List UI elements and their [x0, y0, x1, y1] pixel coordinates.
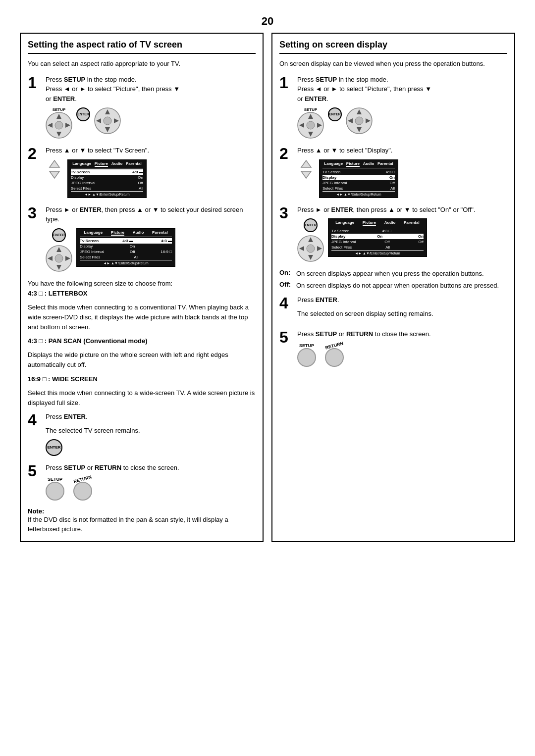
- up-arrow-icon-right2: [297, 159, 315, 168]
- svg-point-11: [104, 117, 111, 125]
- svg-marker-33: [301, 171, 311, 178]
- dpad-icon-left3: [46, 245, 72, 272]
- body-widescreen-title: 16:9 □ : WIDE SCREEN: [28, 374, 256, 384]
- svg-marker-32: [301, 160, 311, 167]
- down-arrow-icon: [46, 170, 63, 179]
- right-section: Setting on screen display On screen disp…: [271, 33, 515, 542]
- enter-button-left1: ENTER: [76, 107, 90, 121]
- dpad-icon-left1b: [94, 107, 121, 134]
- right-step-1: 1 Press SETUP in the stop mode.Press ◄ o…: [279, 75, 507, 139]
- setup-button-left: [46, 482, 64, 501]
- return-button-left: [73, 482, 92, 501]
- dpad-icon-right1: [297, 112, 324, 139]
- right-intro: On screen display can be viewed when you…: [279, 59, 507, 69]
- right-step-2: 2 Press ▲ or ▼ to select "Display".: [279, 146, 507, 198]
- left-step-4: 4 Press ENTER. The selected TV screen re…: [28, 412, 256, 456]
- up-arrow-icon: [46, 159, 63, 168]
- menu-box-step3-right: Language Picture Audio Parental Tv Scree…: [328, 218, 427, 257]
- svg-point-31: [355, 117, 363, 125]
- page-number: 20: [20, 15, 515, 28]
- dpad-icon-right3: [297, 235, 324, 262]
- enter-button-left3: ENTER: [52, 228, 66, 242]
- body-panscan-title: 4:3 □ : PAN SCAN (Conventional mode): [28, 336, 256, 346]
- body-panscan-desc: Displays the wide picture on the whole s…: [28, 350, 256, 370]
- right-step-5: 5 Press SETUP or RETURN to close the scr…: [279, 329, 507, 367]
- svg-marker-13: [50, 171, 59, 178]
- dpad-icon-left1: [46, 112, 72, 139]
- return-button-right: [325, 348, 344, 367]
- right-step-4: 4 Press ENTER. The selected on screen di…: [279, 295, 507, 322]
- left-step-1: 1 Press SETUP in the stop mode.Press ◄ o…: [28, 75, 256, 139]
- on-off-section: On: On screen displays appear when you p…: [279, 269, 507, 290]
- svg-point-25: [307, 121, 315, 129]
- note-section: Note: If the DVD disc is not formatted i…: [28, 507, 256, 534]
- setup-button-right: [297, 348, 316, 367]
- menu-box-step2-left: Language Picture Audio Parental Tv Scree…: [67, 159, 147, 198]
- left-title: Setting the aspect ratio of TV screen: [28, 40, 256, 54]
- enter-button-right3: ENTER: [304, 218, 318, 232]
- left-section: Setting the aspect ratio of TV screen Yo…: [20, 33, 264, 542]
- svg-marker-12: [50, 160, 59, 167]
- right-title: Setting on screen display: [279, 40, 507, 54]
- body-letterbox-desc: Select this mode when connecting to a co…: [28, 302, 256, 332]
- left-step1-diagram: SETUP ENTER: [46, 107, 256, 139]
- body-letterbox-intro: You have the following screen size to ch…: [28, 279, 256, 299]
- left-step-2: 2 Press ▲ or ▼ to select "Tv Screen".: [28, 146, 256, 198]
- svg-point-39: [307, 245, 315, 252]
- left-intro: You can select an aspect ratio appropria…: [28, 59, 256, 69]
- left-step-5: 5 Press SETUP or RETURN to close the scr…: [28, 463, 256, 501]
- svg-point-5: [55, 121, 63, 129]
- body-widescreen-desc: Select this mode when connecting to a wi…: [28, 388, 256, 408]
- down-arrow-icon-right2: [297, 170, 315, 179]
- menu-box-step2-right: Language Picture Audio Parental Tv Scree…: [319, 159, 398, 198]
- left-step-3: 3 Press ► or ENTER, then press ▲ or ▼ to…: [28, 205, 256, 272]
- menu-box-step3-left: Language Picture Audio Parental Tv Scree…: [76, 228, 175, 267]
- right-step-3: 3 Press ► or ENTER, then press ▲ or ▼ to…: [279, 205, 507, 262]
- svg-point-19: [55, 254, 63, 262]
- enter-button-right1: ENTER: [328, 107, 342, 121]
- enter-button-left4: ENTER: [46, 439, 62, 456]
- dpad-icon-right1b: [346, 107, 373, 134]
